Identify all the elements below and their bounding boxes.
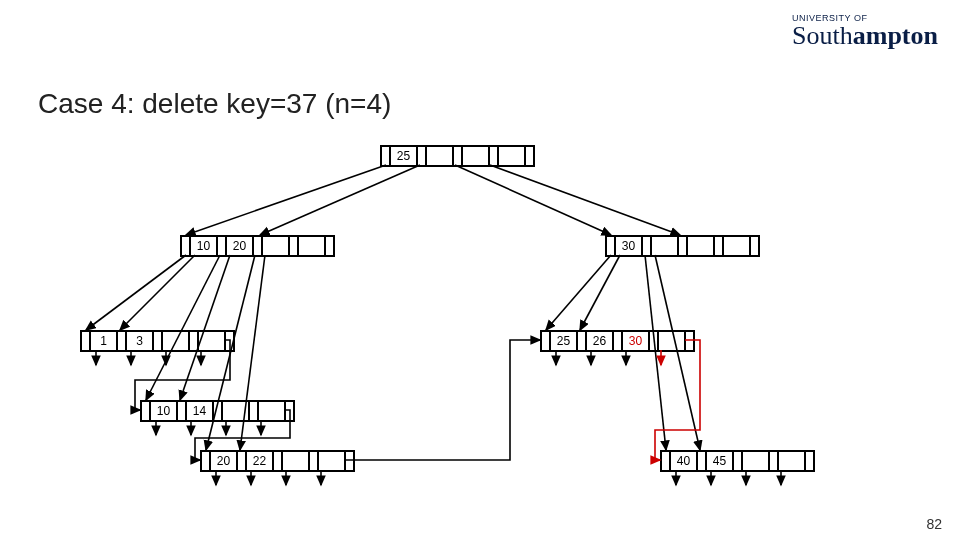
pointer-cell (154, 332, 163, 350)
pointer-cell (118, 332, 127, 350)
key-cell: 20 (227, 237, 254, 255)
btree-node-root: 25 (380, 145, 535, 167)
key-cell: 25 (551, 332, 578, 350)
key-cell: 25 (391, 147, 418, 165)
pointer-cell (202, 452, 211, 470)
pointer-cell (290, 237, 299, 255)
pointer-cell (454, 147, 463, 165)
key-cell: 45 (707, 452, 734, 470)
pointer-cell (679, 237, 688, 255)
pointer-cell (182, 237, 191, 255)
key-cell (199, 332, 226, 350)
slide-title: Case 4: delete key=37 (n=4) (38, 88, 391, 120)
key-cell (688, 237, 715, 255)
key-cell: 22 (247, 452, 274, 470)
key-cell: 20 (211, 452, 238, 470)
pointer-cell (770, 452, 779, 470)
pointer-cell (254, 237, 263, 255)
pointer-cell (346, 452, 353, 470)
logo-big-text: Southampton (792, 23, 938, 49)
key-cell (724, 237, 751, 255)
pointer-cell (382, 147, 391, 165)
pointer-cell (326, 237, 333, 255)
key-cell: 40 (671, 452, 698, 470)
btree-node-midR: 30 (605, 235, 760, 257)
pointer-cell (286, 402, 293, 420)
pointer-cell (418, 147, 427, 165)
pointer-cell (490, 147, 499, 165)
key-cell: 30 (623, 332, 650, 350)
key-cell (499, 147, 526, 165)
key-cell (463, 147, 490, 165)
pointer-cell (214, 402, 223, 420)
pointer-cell (698, 452, 707, 470)
pointer-cell (607, 237, 616, 255)
pointer-cell (734, 452, 743, 470)
btree-node-leaf5: 4045 (660, 450, 815, 472)
pointer-cell (238, 452, 247, 470)
pointer-cell (142, 402, 151, 420)
key-cell: 3 (127, 332, 154, 350)
key-cell (652, 237, 679, 255)
key-cell (163, 332, 190, 350)
key-cell (223, 402, 250, 420)
pointer-cell (751, 237, 758, 255)
btree-node-leaf2: 1014 (140, 400, 295, 422)
btree-node-leaf4: 252630 (540, 330, 695, 352)
key-cell: 14 (187, 402, 214, 420)
pointer-cell (643, 237, 652, 255)
key-cell (283, 452, 310, 470)
pointer-cell (806, 452, 813, 470)
pointer-cell (190, 332, 199, 350)
pointer-cell (614, 332, 623, 350)
key-cell (263, 237, 290, 255)
pointer-cell (578, 332, 587, 350)
key-cell: 10 (191, 237, 218, 255)
btree-node-midL: 1020 (180, 235, 335, 257)
pointer-cell (715, 237, 724, 255)
key-cell (427, 147, 454, 165)
key-cell (779, 452, 806, 470)
key-cell (743, 452, 770, 470)
btree-node-leaf3: 2022 (200, 450, 355, 472)
pointer-cell (542, 332, 551, 350)
pointer-cell (686, 332, 693, 350)
key-cell: 30 (616, 237, 643, 255)
key-cell (259, 402, 286, 420)
university-logo: UNIVERSITY OF Southampton (792, 14, 938, 49)
pointer-cell (310, 452, 319, 470)
key-cell (659, 332, 686, 350)
pointer-cell (250, 402, 259, 420)
pointer-cell (178, 402, 187, 420)
pointer-cell (218, 237, 227, 255)
key-cell: 10 (151, 402, 178, 420)
arrow-layer (0, 0, 960, 540)
pointer-cell (226, 332, 233, 350)
key-cell (319, 452, 346, 470)
page-number: 82 (926, 516, 942, 532)
pointer-cell (662, 452, 671, 470)
pointer-cell (82, 332, 91, 350)
pointer-cell (650, 332, 659, 350)
btree-node-leaf1: 13 (80, 330, 235, 352)
pointer-cell (274, 452, 283, 470)
pointer-cell (526, 147, 533, 165)
key-cell: 26 (587, 332, 614, 350)
key-cell: 1 (91, 332, 118, 350)
key-cell (299, 237, 326, 255)
